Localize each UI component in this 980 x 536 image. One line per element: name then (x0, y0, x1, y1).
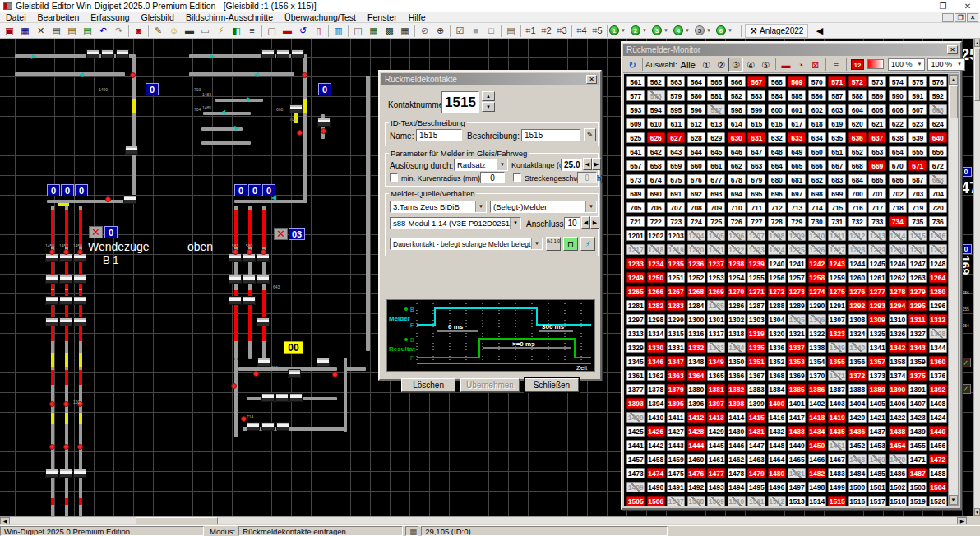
anlage-button[interactable]: ⚒Anlage2022 (745, 24, 808, 38)
blocked-signal-icon[interactable]: ✕ (274, 228, 288, 240)
anschluss-field[interactable]: 10 (564, 217, 580, 229)
feedback-contact-cell[interactable]: 709 (707, 202, 725, 213)
track-segment[interactable] (303, 99, 307, 113)
track-segment[interactable] (132, 99, 136, 113)
train-icon[interactable] (257, 358, 270, 367)
feedback-contact-cell[interactable]: 1250 (647, 272, 665, 283)
feedback-contact-cell[interactable]: 1238 (728, 258, 746, 269)
feedback-contact-cell[interactable]: 1221 (707, 244, 725, 255)
print-icon[interactable]: ▤ (49, 24, 64, 38)
signal-red-icon[interactable] (231, 383, 237, 389)
dark-grid-icon[interactable]: ▩ (381, 24, 397, 38)
feedback-contact-cell[interactable]: 1513 (788, 496, 806, 506)
feedback-contact-cell[interactable]: 1338 (808, 342, 826, 353)
feedback-contact-cell[interactable]: 1454 (889, 440, 907, 451)
kontaktlaenge-stepper[interactable]: ◀▶ (583, 158, 601, 170)
feedback-contact-cell[interactable]: 1408 (929, 398, 947, 409)
feedback-contact-cell[interactable]: 1495 (747, 482, 765, 492)
train-icon[interactable] (45, 469, 58, 478)
mdi-minimize-icon[interactable]: _ (942, 13, 954, 22)
track-segment[interactable] (203, 112, 251, 115)
monitor-filter-①-button[interactable]: ① (699, 58, 714, 72)
stamp-1-icon[interactable]: ⌗1 (523, 24, 539, 38)
feedback-contact-cell[interactable]: 1253 (707, 272, 725, 283)
train-icon[interactable] (243, 275, 256, 284)
feedback-contact-cell[interactable]: 722 (647, 216, 665, 227)
feedback-contact-cell[interactable]: 1334 (728, 342, 746, 353)
feedback-contact-cell[interactable]: 1369 (788, 370, 806, 381)
feedback-contact-cell[interactable]: 1391 (908, 384, 927, 395)
feedback-contact-cell[interactable]: 640 (929, 132, 947, 143)
minimize-button[interactable]: – (906, 2, 931, 11)
feedback-contact-cell[interactable]: 691 (667, 188, 685, 199)
track-segment[interactable] (79, 210, 82, 247)
train-icon[interactable] (73, 469, 86, 478)
feedback-contact-cell[interactable]: 1240 (768, 258, 786, 269)
feedback-contact-cell[interactable]: 602 (808, 104, 826, 115)
rows-icon[interactable]: ≡ (829, 58, 844, 72)
feedback-contact-cell[interactable]: 601 (788, 104, 806, 115)
feedback-contact-cell[interactable]: 616 (768, 118, 786, 129)
feedback-contact-cell[interactable]: 1226 (808, 244, 826, 255)
menu-item-gleisbild[interactable]: Gleisbild (136, 12, 180, 22)
feedback-contact-cell[interactable]: 589 (868, 90, 886, 101)
feedback-contact-cell[interactable]: 611 (667, 118, 685, 129)
feedback-contact-cell[interactable]: 1502 (889, 482, 907, 492)
feedback-contact-cell[interactable]: 728 (768, 216, 786, 227)
feedback-contact-cell[interactable]: 1501 (868, 482, 886, 492)
feedback-contact-cell[interactable]: 1296 (929, 300, 947, 311)
feedback-contact-cell[interactable]: 1290 (808, 300, 826, 311)
feedback-contact-cell[interactable]: 1213 (868, 230, 886, 241)
arrow-right-icon[interactable]: ▶ (592, 158, 601, 170)
feedback-contact-cell[interactable]: 1379 (667, 384, 685, 395)
feedback-contact-cell[interactable]: 1319 (747, 328, 765, 339)
feedback-contact-cell[interactable]: 582 (728, 90, 746, 101)
feedback-contact-cell[interactable]: 1458 (647, 454, 665, 464)
feedback-contact-cell[interactable]: 662 (728, 160, 746, 171)
train-icon[interactable] (229, 296, 242, 305)
feedback-contact-cell[interactable]: 1229 (868, 244, 886, 255)
signal-red-icon[interactable] (233, 249, 238, 255)
feedback-contact-cell[interactable]: 1242 (808, 258, 826, 269)
feedback-contact-cell[interactable]: 1368 (768, 370, 786, 381)
feedback-contact-cell[interactable]: 1432 (768, 426, 786, 437)
track-segment[interactable] (234, 210, 238, 247)
feedback-contact-cell[interactable]: 1276 (848, 286, 867, 297)
feedback-contact-cell[interactable]: 1284 (687, 300, 705, 311)
feedback-contact-cell[interactable]: 1464 (768, 454, 786, 464)
feedback-contact-cell[interactable]: 635 (828, 132, 846, 143)
feedback-contact-cell[interactable]: 1498 (808, 482, 826, 492)
feedback-contact-cell[interactable]: 690 (647, 188, 665, 199)
feedback-contact-cell[interactable]: 572 (848, 76, 867, 87)
feedback-contact-cell[interactable]: 571 (828, 76, 846, 87)
chevron-down-icon[interactable]: ▼ (685, 28, 690, 33)
feedback-contact-cell[interactable]: 1439 (908, 426, 927, 437)
feedback-contact-cell[interactable]: 648 (768, 146, 786, 157)
track-segment[interactable] (262, 210, 266, 247)
feedback-contact-cell[interactable]: 736 (929, 216, 947, 227)
feedback-contact-cell[interactable]: 613 (707, 118, 725, 129)
stamp-2-icon[interactable]: ⌗2 (539, 24, 554, 38)
mdi-close-icon[interactable]: ✕ (967, 13, 978, 22)
feedback-contact-cell[interactable]: 626 (647, 132, 665, 143)
feedback-contact-cell[interactable]: 1459 (667, 454, 685, 464)
feedback-contact-cell[interactable]: 1441 (626, 440, 645, 451)
feedback-contact-cell[interactable]: 1306 (808, 314, 826, 325)
feedback-contact-cell[interactable]: 706 (647, 202, 665, 213)
spin-up-icon[interactable]: ▲ (482, 91, 495, 101)
feedback-contact-cell[interactable]: 617 (788, 118, 806, 129)
feedback-contact-cell[interactable]: 1292 (848, 300, 867, 311)
feedback-contact-cell[interactable]: 633 (788, 132, 806, 143)
chevron-down-icon[interactable]: ▼ (957, 59, 962, 70)
feedback-contact-cell[interactable]: 1516 (848, 496, 867, 506)
feedback-contact-cell[interactable]: 1520 (929, 496, 947, 506)
nav-left-icon[interactable]: ◀ (811, 24, 827, 38)
feedback-contact-cell[interactable]: 704 (929, 188, 947, 199)
dialog-titlebar[interactable]: Rückmeldekontakte ✕ (381, 73, 599, 85)
feedback-contact-cell[interactable]: 610 (647, 118, 665, 129)
train-icon[interactable] (317, 118, 331, 127)
feedback-contact-cell[interactable]: 1351 (747, 356, 765, 367)
feedback-contact-cell[interactable]: 1436 (848, 426, 867, 437)
feedback-contact-cell[interactable]: 711 (747, 202, 765, 213)
feedback-contact-cell[interactable]: 718 (889, 202, 907, 213)
